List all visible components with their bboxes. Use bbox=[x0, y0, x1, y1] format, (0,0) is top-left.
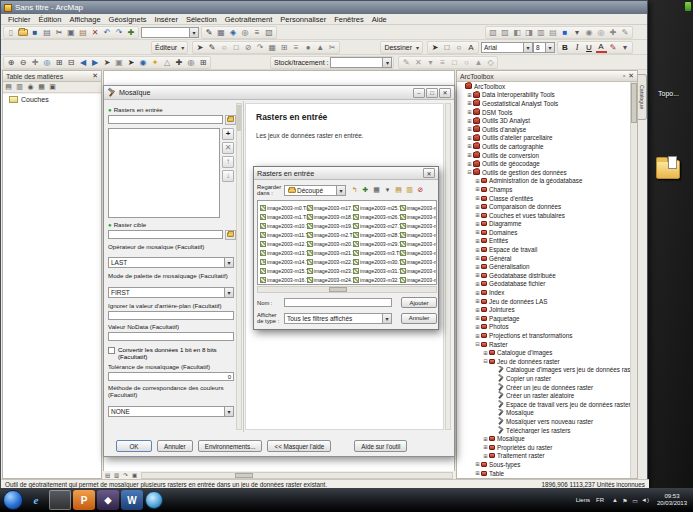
color-swatch-icon[interactable]: ■ bbox=[560, 27, 571, 38]
internet-explorer-icon[interactable]: e bbox=[25, 490, 47, 510]
edit-arrow-icon[interactable]: ➤ bbox=[195, 42, 206, 53]
map-horizontal-scrollbar[interactable] bbox=[141, 472, 453, 479]
tree-item-tool-mosaique[interactable]: Mosaïque bbox=[457, 409, 630, 418]
bold-icon[interactable]: B bbox=[560, 42, 571, 53]
toc-layers-root[interactable]: Couches bbox=[3, 94, 101, 103]
tree-item[interactable]: ⊞ Paquetage bbox=[457, 314, 630, 323]
list-by-source-icon[interactable]: ▥ bbox=[15, 82, 25, 92]
zoom-raster-icon[interactable]: ✚ bbox=[608, 27, 619, 38]
tree-expander-icon[interactable]: ⊞ bbox=[482, 444, 489, 450]
tree-expander-icon[interactable]: ⊞ bbox=[466, 161, 473, 167]
edit-raster-icon[interactable]: ✎ bbox=[620, 27, 631, 38]
start-button[interactable] bbox=[3, 490, 23, 510]
tree-item-tool[interactable]: Espace de travail vers jeu de données ra… bbox=[457, 400, 630, 409]
track-delete-icon[interactable]: ✕ bbox=[413, 57, 424, 68]
menu-item[interactable]: Fenêtres bbox=[330, 15, 368, 24]
tree-expander-icon[interactable]: ⊞ bbox=[466, 143, 473, 149]
file-item[interactable]: image2003-m3.TIF bbox=[353, 248, 400, 257]
chevron-down-icon[interactable]: ▾ bbox=[224, 288, 233, 297]
tree-expander-icon[interactable]: ⊞ bbox=[474, 298, 481, 304]
tree-item[interactable]: ⊟ Outils de gestion des données bbox=[457, 168, 630, 177]
close-icon[interactable]: ✕ bbox=[423, 168, 435, 178]
snapping-icon[interactable]: ⊞ bbox=[279, 42, 290, 53]
close-icon[interactable]: ✕ bbox=[439, 88, 451, 98]
flicker-icon[interactable]: ◨ bbox=[524, 27, 535, 38]
file-item[interactable]: image2003-m11.TIF bbox=[260, 230, 307, 239]
tree-expander-icon[interactable]: ⊞ bbox=[482, 436, 489, 442]
tree-expander-icon[interactable]: ⊞ bbox=[474, 255, 481, 261]
menu-item[interactable]: Géosignets bbox=[105, 15, 151, 24]
tree-item[interactable]: ⊞ Outils de cartographie bbox=[457, 142, 630, 151]
look-in-combobox[interactable]: Découpé ▾ bbox=[284, 185, 346, 196]
menu-item[interactable]: Personnaliser bbox=[276, 15, 330, 24]
file-item[interactable]: image2003-m21.TIF bbox=[307, 248, 354, 257]
file-item[interactable]: image2003-m10.TIF bbox=[260, 221, 307, 230]
file-item[interactable]: image2003-m31.TIF bbox=[353, 266, 400, 275]
tray-volume-icon[interactable]: ◄) bbox=[640, 495, 649, 506]
tray-up-icon[interactable]: ▲ bbox=[610, 495, 619, 506]
chevron-down-icon[interactable]: ▾ bbox=[523, 43, 532, 52]
catalog-icon[interactable]: ◈ bbox=[228, 27, 239, 38]
convert-1bit-checkbox[interactable] bbox=[108, 347, 115, 354]
chevron-down-icon[interactable]: ▾ bbox=[180, 42, 186, 53]
track-list-icon[interactable]: ≡ bbox=[437, 57, 448, 68]
goto-xy-icon[interactable]: ⊞ bbox=[198, 57, 209, 68]
track-edit-icon[interactable]: ✎ bbox=[401, 57, 412, 68]
form-vertical-scrollbar[interactable] bbox=[236, 103, 242, 430]
close-icon[interactable]: ✕ bbox=[92, 72, 98, 80]
ok-button[interactable]: OK bbox=[116, 440, 152, 452]
tree-expander-icon[interactable]: ⊞ bbox=[474, 307, 481, 313]
file-item[interactable]: image2003-m14.TIF bbox=[260, 257, 307, 266]
file-item[interactable]: image2003-m39.TIF bbox=[400, 257, 438, 266]
tree-item[interactable]: ⊞ Entités bbox=[457, 237, 630, 246]
rectangle-icon[interactable]: □ bbox=[442, 42, 453, 53]
tree-item-tool[interactable]: Mosaïquer vers nouveau raster bbox=[457, 417, 630, 426]
tree-item-tool[interactable]: Télécharger les rasters bbox=[457, 426, 630, 435]
font-size-combobox[interactable]: 8▾ bbox=[533, 42, 555, 53]
file-item[interactable]: image2003-m35.TIF bbox=[400, 221, 438, 230]
tree-item[interactable]: ⊞ Outils d'analyse bbox=[457, 125, 630, 134]
back-extent-icon[interactable]: ◀ bbox=[78, 57, 89, 68]
new-folder-icon[interactable]: ▤ bbox=[394, 185, 404, 195]
maximize-icon[interactable]: □ bbox=[426, 88, 438, 98]
cancel-button[interactable]: Annuler bbox=[401, 313, 437, 324]
file-item[interactable]: image2003-m20.TIF bbox=[307, 239, 354, 248]
brightness-icon[interactable]: ▥ bbox=[536, 27, 547, 38]
track-circle-icon[interactable]: ○ bbox=[461, 57, 472, 68]
toolbox-vertical-scrollbar[interactable] bbox=[631, 82, 637, 478]
tree-expander-icon[interactable]: ⊞ bbox=[474, 281, 481, 287]
desktop-document-icon[interactable] bbox=[668, 156, 677, 169]
stop-icon[interactable]: ⊘ bbox=[416, 185, 426, 195]
tracking-combobox[interactable]: ▾ bbox=[330, 57, 392, 68]
taskbar-clock[interactable]: 09:53 20/03/2013 bbox=[657, 493, 687, 507]
browse-button[interactable] bbox=[225, 230, 236, 240]
file-item[interactable]: image2003-m19.TIF bbox=[307, 221, 354, 230]
file-item[interactable]: image2003-m4.TIF bbox=[400, 266, 438, 275]
move-down-button[interactable]: ↓ bbox=[222, 170, 234, 182]
close-icon[interactable]: ✕ bbox=[628, 72, 634, 79]
track-diamond-icon[interactable]: ◇ bbox=[485, 57, 496, 68]
tree-expander-icon[interactable]: ⊞ bbox=[474, 264, 481, 270]
tree-expander-icon[interactable]: ⊞ bbox=[466, 126, 473, 132]
georef-icon[interactable]: ▧ bbox=[488, 27, 499, 38]
file-item[interactable]: image2003-m34.TIF bbox=[400, 212, 438, 221]
editor-pencil-icon[interactable]: ✎ bbox=[204, 27, 215, 38]
full-extent-icon[interactable]: ◎ bbox=[42, 57, 53, 68]
tree-item[interactable]: ⊞ Traitement raster bbox=[457, 452, 630, 461]
toc-options-icon[interactable]: ▣ bbox=[48, 82, 58, 92]
clip-icon[interactable]: ✂ bbox=[327, 42, 338, 53]
file-item[interactable]: image2003-m30.TIF bbox=[353, 257, 400, 266]
file-item[interactable]: image2003-m12.TIF bbox=[260, 239, 307, 248]
views-icon[interactable]: ▦ bbox=[372, 185, 382, 195]
editor-menu[interactable]: Éditeur bbox=[153, 44, 179, 51]
minimize-icon[interactable]: – bbox=[413, 88, 425, 98]
tree-item[interactable]: ⊞ Généralisation bbox=[457, 262, 630, 271]
browse-button[interactable] bbox=[225, 115, 236, 125]
menu-item[interactable]: Insérer bbox=[151, 15, 182, 24]
list-by-selection-icon[interactable]: ▦ bbox=[37, 82, 47, 92]
file-item[interactable]: image2003-m23.TIF bbox=[307, 266, 354, 275]
tree-expander-icon[interactable]: ⊞ bbox=[474, 238, 481, 244]
tree-expander-icon[interactable]: ⊞ bbox=[474, 229, 481, 235]
tree-item[interactable]: ⊞ Jointures bbox=[457, 305, 630, 314]
tree-item[interactable]: ⊞ Table bbox=[457, 469, 630, 478]
